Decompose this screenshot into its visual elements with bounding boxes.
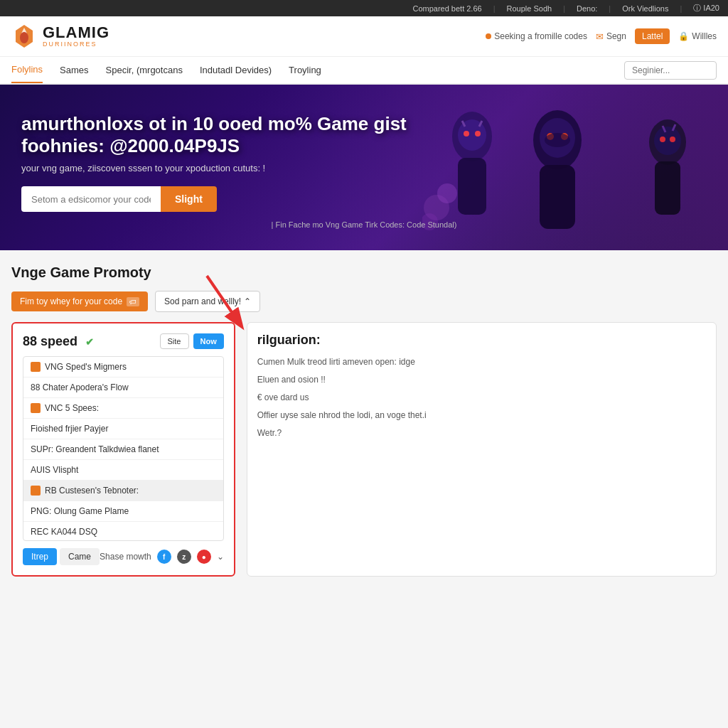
side-panel: rilguarion: Cumen Mulk treod lirti ameve… — [247, 322, 717, 577]
svg-line-27 — [207, 276, 241, 326]
side-panel-line-5: Wetr.? — [257, 427, 706, 439]
list-item[interactable]: REC KA044 DSQ — [23, 522, 223, 541]
list-item[interactable]: VNG Sped's Migmers — [23, 357, 223, 378]
svg-point-6 — [464, 131, 469, 136]
logo-text: GLAMIG DURIINORES — [43, 25, 109, 48]
svg-point-2 — [20, 32, 28, 43]
logo-area: GLAMIG DURIINORES — [11, 23, 109, 49]
nav-link-sames[interactable]: Sames — [60, 58, 88, 82]
section-title: Vnge Game Promoty — [11, 264, 717, 281]
lock-icon: 🔒 — [678, 31, 689, 41]
panel-title: 88 speed ✔ — [23, 334, 94, 349]
site-button[interactable]: Site — [160, 333, 189, 349]
nav-link-specir[interactable]: Specir, (mrgotcans — [106, 58, 183, 82]
list-item[interactable]: AUIS Vlispht — [23, 460, 223, 481]
logo-title: GLAMIG — [43, 25, 109, 41]
seeking-codes: Seeking a fromille codes — [486, 31, 587, 41]
hero-subtitle: your vng game, ziiscoven sssen to your x… — [21, 163, 265, 173]
two-col-layout: 88 speed ✔ Site Now VNG Sped's Migmers 8… — [11, 322, 717, 577]
lock-area: 🔒 Willles — [678, 31, 717, 41]
svg-point-5 — [458, 119, 486, 151]
hero-search-row: Slight — [21, 186, 217, 212]
share-red-icon[interactable]: ● — [197, 550, 211, 564]
footer-tabs: Itrep Came — [23, 548, 100, 565]
svg-point-18 — [654, 127, 681, 155]
logo-icon — [11, 23, 37, 49]
topbar-item-5: ⓘ IA20 — [693, 3, 719, 14]
list-item[interactable]: 88 Chater Apodera's Flow — [23, 378, 223, 398]
tag-icon: 🏷 — [127, 297, 139, 306]
header: GLAMIG DURIINORES Seeking a fromille cod… — [0, 16, 728, 57]
chevron-down-icon[interactable]: ⌄ — [217, 552, 224, 562]
header-right: Seeking a fromille codes ✉ Segn Lattel 🔒… — [486, 28, 717, 44]
hero-title: amurthonloxs ot in 10 ooed mo% Game gist… — [21, 113, 419, 157]
svg-rect-11 — [540, 165, 575, 229]
topbar-item-4: Ork Viedlions — [622, 4, 668, 13]
find-button[interactable]: Fim toy whey for your code 🏷 — [11, 291, 148, 311]
character-center-icon — [515, 108, 600, 250]
game-list: VNG Sped's Migmers 88 Chater Apodera's F… — [23, 356, 224, 541]
hero-search-input[interactable] — [21, 186, 161, 212]
side-panel-line-3: € ove dard us — [257, 392, 706, 404]
flowers-icon — [422, 165, 479, 250]
logo-subtitle: DURIINORES — [43, 41, 109, 48]
list-item-highlighted[interactable]: RB Custesen's Tebnoter: — [23, 481, 223, 501]
list-item[interactable]: PNG: Olung Game Plame — [23, 501, 223, 522]
panel-footer: Itrep Came Shase mowth f z ● ⌄ — [23, 548, 224, 565]
tab-itrep[interactable]: Itrep — [23, 548, 57, 565]
main-content: Vnge Game Promoty Fim toy whey for your … — [0, 250, 728, 591]
hero-footer-note: | Fin Fache mo Vng Game Tirk Codes: Code… — [21, 220, 707, 229]
nav-link-indutadl[interactable]: Indutadl Devides) — [200, 58, 272, 82]
share-label: Shase mowth — [100, 552, 151, 562]
red-arrow-icon — [193, 272, 257, 336]
badge-icon — [31, 362, 41, 372]
sign-area: ✉ Segn — [596, 31, 626, 42]
side-panel-line-4: Offier uyse sale nhrod the lodi, an voge… — [257, 410, 706, 422]
list-item[interactable]: SUPr: Greandent Talkdwiea flanet — [23, 439, 223, 460]
hero-search-button[interactable]: Slight — [161, 186, 217, 212]
svg-point-24 — [437, 183, 457, 203]
top-bar: Compared bett 2.66 | Rouple Sodh | Deno:… — [0, 0, 728, 16]
side-panel-line-1: Cumen Mulk treod lirti ameven open: idge — [257, 356, 706, 368]
share-blue-icon[interactable]: f — [157, 550, 171, 564]
hero-banner: amurthonloxs ot in 10 ooed mo% Game gist… — [0, 85, 728, 250]
badge-icon — [31, 486, 41, 496]
nav-link-folylins[interactable]: Folylins — [11, 57, 43, 83]
character-right-icon — [636, 115, 700, 250]
side-panel-line-2: Eluen and osion !! — [257, 374, 706, 386]
main-panel-wrapper: 88 speed ✔ Site Now VNG Sped's Migmers 8… — [11, 322, 235, 577]
svg-point-7 — [475, 131, 481, 136]
svg-point-20 — [670, 136, 675, 142]
verified-icon: ✔ — [85, 336, 94, 348]
topbar-item-1: Compared bett 2.66 — [412, 4, 481, 13]
footer-share: Shase mowth f z ● ⌄ — [100, 550, 224, 564]
find-button-label: Fim toy whey for your code — [20, 296, 122, 306]
badge-icon — [31, 403, 41, 413]
svg-point-15 — [545, 133, 570, 147]
tab-came[interactable]: Came — [60, 548, 100, 565]
filter-row: Fim toy whey for your code 🏷 Sod parn an… — [11, 291, 717, 312]
topbar-item-3: Deno: — [577, 4, 597, 13]
nav-link-troyling[interactable]: Troyling — [289, 58, 321, 82]
orange-dot-icon — [486, 33, 491, 39]
list-item[interactable]: VNC 5 Spees: — [23, 398, 223, 419]
lattel-button[interactable]: Lattel — [635, 28, 670, 44]
nav-search-input[interactable] — [624, 61, 717, 80]
side-panel-title: rilguarion: — [257, 333, 706, 348]
envelope-icon: ✉ — [596, 31, 604, 42]
share-dark-icon[interactable]: z — [177, 550, 191, 564]
main-panel: 88 speed ✔ Site Now VNG Sped's Migmers 8… — [11, 322, 235, 577]
svg-point-19 — [660, 136, 665, 142]
svg-rect-17 — [655, 161, 680, 215]
main-nav: Folylins Sames Specir, (mrgotcans Induta… — [0, 57, 728, 85]
topbar-item-2: Rouple Sodh — [507, 4, 552, 13]
list-item[interactable]: Fioished frjier Payjer — [23, 419, 223, 439]
